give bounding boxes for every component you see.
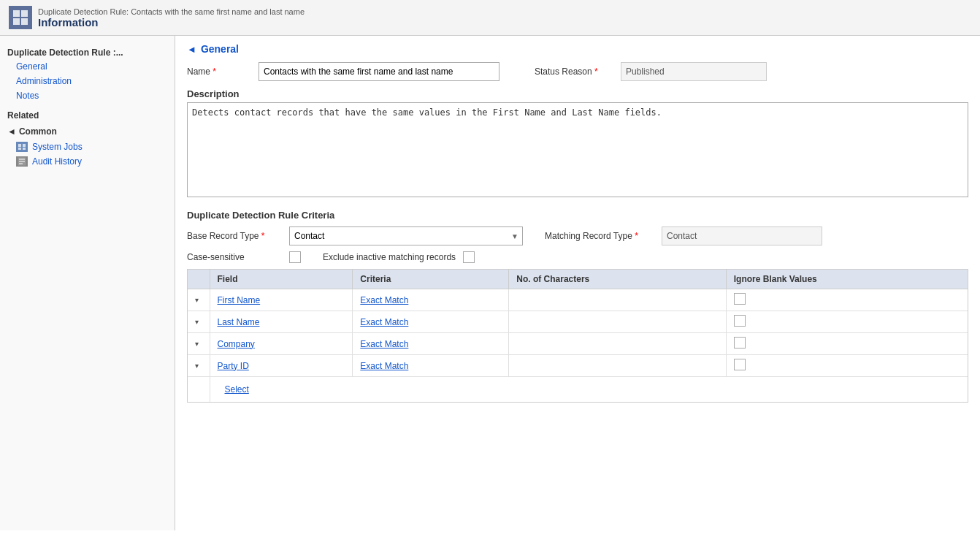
table-select-row: Select (188, 377, 968, 403)
table-row: ▾ First Name Exact Match (188, 289, 968, 311)
ignore-blank-checkbox[interactable] (734, 315, 746, 327)
name-status-row: Name * Status Reason * (187, 62, 968, 81)
row-criteria: Exact Match (353, 355, 509, 377)
table-row: ▾ Last Name Exact Match (188, 311, 968, 333)
row-chevron[interactable]: ▾ (188, 289, 210, 311)
ignore-blank-checkbox[interactable] (734, 337, 746, 349)
status-reason-label: Status Reason * (535, 66, 615, 77)
header-title: Information (38, 16, 305, 28)
row-field: Last Name (210, 311, 353, 333)
svg-rect-9 (23, 148, 26, 150)
case-sensitive-row: Case-sensitive Exclude inactive matching… (187, 251, 968, 263)
sidebar-item-system-jobs[interactable]: System Jobs (0, 140, 175, 154)
row-criteria: Exact Match (353, 333, 509, 355)
base-record-type-select-wrap: Contact ▼ (289, 226, 523, 245)
triangle-icon: ◄ (7, 126, 16, 137)
description-textarea[interactable]: Detects contact records that have the sa… (187, 102, 968, 197)
row-field: First Name (210, 289, 353, 311)
name-label: Name * (187, 66, 253, 77)
row-chevron[interactable]: ▾ (188, 333, 210, 355)
header-bar: Duplicate Detection Rule: Contacts with … (0, 0, 980, 36)
system-jobs-label: System Jobs (32, 142, 83, 152)
base-required-star: * (261, 231, 265, 241)
row-ignore-blank (726, 333, 968, 355)
row-chevron[interactable]: ▾ (188, 311, 210, 333)
section-collapse-icon[interactable]: ◄ (187, 44, 196, 55)
sidebar: Duplicate Detection Rule :... General Ad… (0, 36, 175, 530)
status-reason-input[interactable] (621, 62, 767, 81)
row-num-chars (509, 333, 727, 355)
criteria-table: Field Criteria No. of Characters Ignore … (188, 270, 968, 402)
base-record-type-label: Base Record Type * (187, 231, 282, 241)
row-num-chars (509, 289, 727, 311)
svg-rect-8 (18, 148, 21, 150)
name-required-star: * (213, 66, 216, 77)
header-subtitle: Duplicate Detection Rule: Contacts with … (38, 7, 305, 16)
audit-history-icon (16, 156, 28, 167)
col-header-field: Field (210, 270, 353, 289)
ignore-blank-checkbox[interactable] (734, 293, 746, 305)
col-header-num-chars: No. of Characters (509, 270, 727, 289)
svg-rect-7 (23, 144, 26, 147)
svg-rect-3 (13, 18, 20, 25)
criteria-section-title: Duplicate Detection Rule Criteria (187, 210, 968, 221)
sidebar-related-label: Related (0, 103, 175, 123)
row-num-chars (509, 355, 727, 377)
svg-rect-6 (18, 144, 21, 147)
base-record-type-row: Base Record Type * Contact ▼ Matching Re… (187, 226, 968, 245)
audit-history-label: Audit History (32, 156, 82, 167)
sidebar-item-notes[interactable]: Notes (0, 88, 175, 103)
exclude-inactive-label: Exclude inactive matching records (323, 252, 456, 262)
table-header-row: Field Criteria No. of Characters Ignore … (188, 270, 968, 289)
ignore-blank-checkbox[interactable] (734, 359, 746, 370)
description-label: Description (187, 88, 968, 99)
status-required-star: * (594, 66, 598, 77)
row-criteria: Exact Match (353, 289, 509, 311)
exclude-inactive-checkbox[interactable] (463, 251, 475, 263)
matching-record-type-label: Matching Record Type * (545, 231, 654, 241)
sidebar-common-header: ◄ Common (0, 123, 175, 140)
section-header-text: General (201, 43, 239, 55)
section-header: ◄ General (187, 43, 968, 55)
matching-required-star: * (635, 231, 638, 241)
common-label: Common (19, 126, 57, 137)
sidebar-item-audit-history[interactable]: Audit History (0, 154, 175, 169)
row-ignore-blank (726, 355, 968, 377)
main-layout: Duplicate Detection Rule :... General Ad… (0, 36, 980, 530)
header-icon (9, 6, 32, 29)
table-row: ▾ Company Exact Match (188, 333, 968, 355)
row-chevron[interactable]: ▾ (188, 355, 210, 377)
row-criteria: Exact Match (353, 311, 509, 333)
sidebar-section-title: Duplicate Detection Rule :... (0, 43, 175, 59)
base-record-type-select[interactable]: Contact (289, 226, 523, 245)
case-sensitive-label: Case-sensitive (187, 252, 282, 262)
table-row: ▾ Party ID Exact Match (188, 355, 968, 377)
col-header-criteria: Criteria (353, 270, 509, 289)
col-header-expand (188, 270, 210, 289)
case-sensitive-checkbox[interactable] (289, 251, 301, 263)
row-ignore-blank (726, 311, 968, 333)
select-link[interactable]: Select (218, 381, 256, 398)
name-input[interactable] (259, 62, 499, 81)
row-field: Company (210, 333, 353, 355)
svg-rect-2 (21, 10, 28, 17)
row-num-chars (509, 311, 727, 333)
sidebar-item-general[interactable]: General (0, 59, 175, 74)
system-jobs-icon (16, 142, 28, 152)
svg-rect-1 (13, 10, 20, 17)
svg-rect-4 (21, 18, 28, 25)
criteria-table-container: Field Criteria No. of Characters Ignore … (187, 269, 968, 403)
row-field: Party ID (210, 355, 353, 377)
row-ignore-blank (726, 289, 968, 311)
matching-record-type-input (662, 226, 822, 245)
col-header-ignore-blank: Ignore Blank Values (726, 270, 968, 289)
sidebar-item-administration[interactable]: Administration (0, 74, 175, 88)
content-area: ◄ General Name * Status Reason * Descrip… (175, 36, 980, 530)
header-title-area: Duplicate Detection Rule: Contacts with … (38, 7, 305, 28)
